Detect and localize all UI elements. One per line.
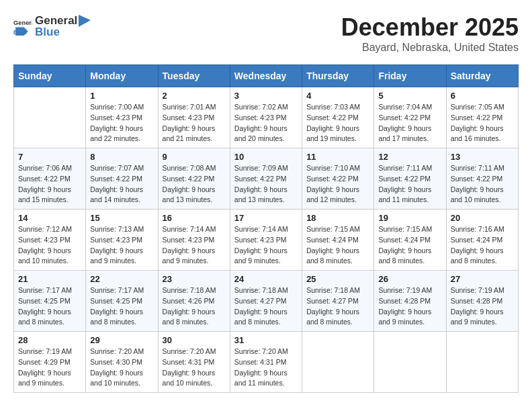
logo: General Blue General Blue xyxy=(13,13,92,39)
day-number: 10 xyxy=(234,152,298,162)
day-number: 23 xyxy=(163,274,226,284)
calendar-cell: 10Sunrise: 7:09 AMSunset: 4:22 PMDayligh… xyxy=(230,148,302,210)
day-number: 29 xyxy=(90,335,153,345)
sunrise-label: Sunrise: 7:18 AM xyxy=(234,286,288,294)
sunset-label: Sunset: 4:23 PM xyxy=(234,236,287,244)
calendar-table: SundayMondayTuesdayWednesdayThursdayFrid… xyxy=(13,64,519,393)
col-header-friday: Friday xyxy=(374,65,446,87)
calendar-cell xyxy=(446,332,518,393)
calendar-cell: 30Sunrise: 7:20 AMSunset: 4:31 PMDayligh… xyxy=(158,332,230,393)
daylight-label: Daylight: 9 hours xyxy=(234,369,287,377)
daylight-minutes: and 14 minutes. xyxy=(90,195,140,203)
daylight-label: Daylight: 9 hours xyxy=(234,185,287,193)
day-number: 31 xyxy=(234,335,298,345)
day-number: 21 xyxy=(18,274,81,284)
daylight-label: Daylight: 9 hours xyxy=(163,185,216,193)
sunset-label: Sunset: 4:22 PM xyxy=(451,175,503,183)
day-info: Sunrise: 7:20 AMSunset: 4:30 PMDaylight:… xyxy=(90,347,153,389)
calendar-cell: 25Sunrise: 7:18 AMSunset: 4:27 PMDayligh… xyxy=(302,271,374,332)
day-number: 14 xyxy=(18,213,81,223)
sunrise-label: Sunrise: 7:18 AM xyxy=(163,286,216,294)
calendar-cell: 23Sunrise: 7:18 AMSunset: 4:26 PMDayligh… xyxy=(158,271,230,332)
calendar-week-5: 28Sunrise: 7:19 AMSunset: 4:29 PMDayligh… xyxy=(14,332,519,393)
day-info: Sunrise: 7:01 AMSunset: 4:23 PMDaylight:… xyxy=(163,102,226,144)
sunset-label: Sunset: 4:25 PM xyxy=(90,297,142,305)
day-info: Sunrise: 7:14 AMSunset: 4:23 PMDaylight:… xyxy=(234,224,298,267)
calendar-cell xyxy=(374,332,446,393)
calendar-cell: 3Sunrise: 7:02 AMSunset: 4:23 PMDaylight… xyxy=(230,87,302,148)
calendar-week-3: 14Sunrise: 7:12 AMSunset: 4:23 PMDayligh… xyxy=(14,210,519,271)
daylight-label: Daylight: 9 hours xyxy=(451,246,504,255)
sunset-label: Sunset: 4:22 PM xyxy=(90,175,142,183)
daylight-minutes: and 8 minutes. xyxy=(306,257,353,265)
day-number: 4 xyxy=(306,91,369,101)
daylight-minutes: and 20 minutes. xyxy=(234,134,285,142)
day-number: 13 xyxy=(451,152,514,162)
day-info: Sunrise: 7:15 AMSunset: 4:24 PMDaylight:… xyxy=(306,224,369,267)
daylight-label: Daylight: 9 hours xyxy=(306,308,359,316)
sunset-label: Sunset: 4:22 PM xyxy=(451,113,503,122)
daylight-minutes: and 8 minutes. xyxy=(163,318,209,326)
day-info: Sunrise: 7:09 AMSunset: 4:22 PMDaylight:… xyxy=(234,163,298,205)
sunrise-label: Sunrise: 7:11 AM xyxy=(451,164,504,172)
calendar-cell: 8Sunrise: 7:07 AMSunset: 4:22 PMDaylight… xyxy=(86,148,158,210)
sunrise-label: Sunrise: 7:12 AM xyxy=(18,225,72,233)
daylight-label: Daylight: 9 hours xyxy=(234,124,287,132)
day-info: Sunrise: 7:11 AMSunset: 4:22 PMDaylight:… xyxy=(378,163,441,205)
daylight-minutes: and 8 minutes. xyxy=(90,318,136,326)
sunrise-label: Sunrise: 7:15 AM xyxy=(306,225,360,233)
day-info: Sunrise: 7:15 AMSunset: 4:24 PMDaylight:… xyxy=(378,224,441,267)
daylight-label: Daylight: 9 hours xyxy=(306,246,359,255)
sunrise-label: Sunrise: 7:15 AM xyxy=(378,225,432,233)
daylight-label: Daylight: 9 hours xyxy=(378,308,431,316)
sunrise-label: Sunrise: 7:07 AM xyxy=(90,164,144,172)
calendar-cell: 5Sunrise: 7:04 AMSunset: 4:22 PMDaylight… xyxy=(374,87,446,148)
daylight-minutes: and 17 minutes. xyxy=(378,134,429,142)
daylight-label: Daylight: 9 hours xyxy=(378,124,431,132)
day-info: Sunrise: 7:19 AMSunset: 4:28 PMDaylight:… xyxy=(451,285,514,328)
daylight-minutes: and 8 minutes. xyxy=(378,257,425,265)
sunrise-label: Sunrise: 7:17 AM xyxy=(90,286,144,294)
sunset-label: Sunset: 4:23 PM xyxy=(90,113,142,122)
daylight-label: Daylight: 9 hours xyxy=(163,246,216,255)
sunset-label: Sunset: 4:24 PM xyxy=(306,236,359,244)
calendar-cell: 4Sunrise: 7:03 AMSunset: 4:22 PMDaylight… xyxy=(302,87,374,148)
day-info: Sunrise: 7:12 AMSunset: 4:23 PMDaylight:… xyxy=(18,224,81,267)
daylight-minutes: and 22 minutes. xyxy=(90,134,140,142)
day-info: Sunrise: 7:10 AMSunset: 4:22 PMDaylight:… xyxy=(306,163,369,205)
calendar-cell: 21Sunrise: 7:17 AMSunset: 4:25 PMDayligh… xyxy=(14,271,86,332)
sunrise-label: Sunrise: 7:14 AM xyxy=(163,225,216,233)
day-info: Sunrise: 7:18 AMSunset: 4:26 PMDaylight:… xyxy=(163,285,226,328)
sunset-label: Sunset: 4:23 PM xyxy=(234,113,287,122)
daylight-minutes: and 9 minutes. xyxy=(378,318,425,326)
day-info: Sunrise: 7:06 AMSunset: 4:22 PMDaylight:… xyxy=(18,163,81,205)
daylight-label: Daylight: 9 hours xyxy=(306,124,359,132)
sunset-label: Sunset: 4:25 PM xyxy=(18,297,71,305)
sunrise-label: Sunrise: 7:19 AM xyxy=(378,286,432,294)
sunset-label: Sunset: 4:22 PM xyxy=(163,175,215,183)
sunrise-label: Sunrise: 7:19 AM xyxy=(18,347,72,355)
calendar-cell: 11Sunrise: 7:10 AMSunset: 4:22 PMDayligh… xyxy=(302,148,374,210)
daylight-minutes: and 13 minutes. xyxy=(234,195,285,203)
day-number: 15 xyxy=(90,213,153,223)
sunset-label: Sunset: 4:27 PM xyxy=(306,297,359,305)
calendar-cell: 18Sunrise: 7:15 AMSunset: 4:24 PMDayligh… xyxy=(302,210,374,271)
sunrise-label: Sunrise: 7:20 AM xyxy=(234,347,288,355)
sunrise-label: Sunrise: 7:11 AM xyxy=(378,164,432,172)
day-number: 25 xyxy=(306,274,369,284)
day-info: Sunrise: 7:16 AMSunset: 4:24 PMDaylight:… xyxy=(451,224,514,267)
day-number: 1 xyxy=(90,91,153,101)
calendar-cell: 24Sunrise: 7:18 AMSunset: 4:27 PMDayligh… xyxy=(230,271,302,332)
sunrise-label: Sunrise: 7:20 AM xyxy=(163,347,216,355)
sunrise-label: Sunrise: 7:19 AM xyxy=(451,286,504,294)
day-number: 12 xyxy=(378,152,441,162)
calendar-cell: 16Sunrise: 7:14 AMSunset: 4:23 PMDayligh… xyxy=(158,210,230,271)
sunset-label: Sunset: 4:27 PM xyxy=(234,297,287,305)
daylight-label: Daylight: 9 hours xyxy=(378,185,431,193)
svg-marker-3 xyxy=(79,15,91,27)
calendar-cell xyxy=(302,332,374,393)
daylight-minutes: and 8 minutes. xyxy=(234,318,281,326)
calendar-cell: 9Sunrise: 7:08 AMSunset: 4:22 PMDaylight… xyxy=(158,148,230,210)
daylight-label: Daylight: 9 hours xyxy=(378,246,431,255)
day-number: 2 xyxy=(163,91,226,101)
